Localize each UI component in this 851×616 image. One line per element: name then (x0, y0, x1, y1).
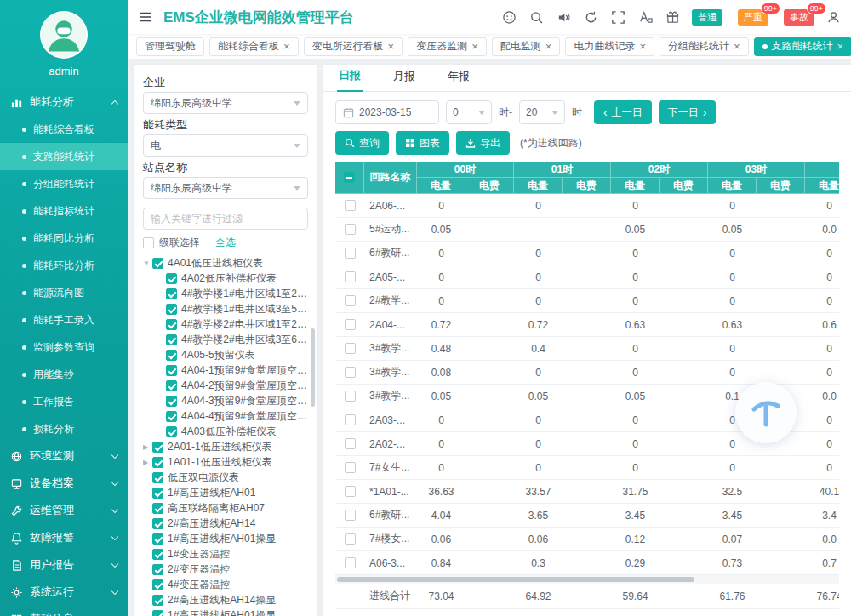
tab-支路能耗统计[interactable]: 支路能耗统计× (754, 37, 851, 56)
tab-变压器监测[interactable]: 变压器监测× (408, 37, 487, 56)
tree-checkbox-checked[interactable] (152, 457, 163, 468)
tree-checkbox-checked[interactable] (166, 365, 177, 376)
caret-right-icon[interactable]: ▶ (143, 443, 152, 451)
export-button[interactable]: 导出 (456, 131, 510, 155)
sidebar-group-系统运行[interactable]: 系统运行 (0, 579, 128, 606)
select-all-link[interactable]: 全选 (215, 236, 236, 250)
user-avatar[interactable] (40, 11, 88, 59)
tree-checkbox-checked[interactable] (152, 595, 163, 606)
row-checkbox[interactable] (345, 533, 356, 545)
row-checkbox[interactable] (345, 343, 356, 354)
sidebar-item-损耗分析[interactable]: 损耗分析 (0, 415, 128, 442)
tree-node[interactable]: 2#变压器温控 (143, 562, 308, 577)
font-size-icon[interactable] (638, 10, 653, 25)
tree-checkbox-checked[interactable] (166, 411, 177, 422)
hour-end-select[interactable]: 20 (519, 100, 565, 124)
tab-配电监测[interactable]: 配电监测× (492, 37, 561, 56)
alarm-pill-严重[interactable]: 严重99+ (738, 9, 768, 26)
sidebar-group-环境监测[interactable]: 环境监测 (0, 442, 128, 470)
search-icon[interactable] (529, 10, 544, 25)
tree-checkbox-checked[interactable] (152, 564, 163, 575)
horizontal-scrollbar-thumb[interactable] (337, 577, 694, 582)
circuit-name-cell[interactable]: 2A05-... (364, 265, 417, 288)
sidebar-item-能耗手工录入[interactable]: 能耗手工录入 (0, 306, 128, 334)
row-checkbox[interactable] (345, 319, 356, 330)
circuit-name-cell[interactable]: 7#楼女... (364, 528, 417, 550)
tree-node[interactable]: 4A04-3预留9#食堂屋顶空调机组仪表 (143, 393, 308, 408)
tab-电力曲线记录[interactable]: 电力曲线记录× (565, 37, 654, 56)
tree-node[interactable]: ▶1A01-1低压进线柜仪表 (143, 454, 308, 470)
sidebar-item-能耗环比分析[interactable]: 能耗环比分析 (0, 252, 128, 279)
row-checkbox[interactable] (345, 391, 356, 402)
tree-node[interactable]: 1#高压进线柜AH01操显 (143, 531, 308, 546)
row-checkbox[interactable] (345, 367, 356, 378)
tree-node[interactable]: 2#高压进线柜AH14操显 (143, 592, 308, 607)
tab-变电所运行看板[interactable]: 变电所运行看板× (304, 37, 403, 56)
tree-checkbox-checked[interactable] (166, 288, 177, 299)
tree-node[interactable]: 4A05-5预留仪表 (143, 347, 308, 362)
tree-checkbox-checked[interactable] (152, 488, 163, 499)
sidebar-group-设备档案[interactable]: 设备档案 (0, 470, 128, 497)
tree-node[interactable]: 低压双电源仪表 (143, 470, 308, 485)
close-icon[interactable]: × (545, 41, 552, 52)
circuit-name-cell[interactable]: 6#教研... (364, 242, 417, 265)
circuit-name-cell[interactable]: A06-3... (364, 551, 417, 574)
refresh-icon[interactable] (584, 10, 598, 25)
tree-node[interactable]: 2#高压进线柜AH14 (143, 516, 308, 531)
tree-node[interactable]: 4A04-1预留9#食堂屋顶空调机组仪表 (143, 362, 308, 378)
tree-node[interactable]: 高压联络隔离柜AH07 (143, 500, 308, 516)
close-icon[interactable]: × (388, 41, 395, 52)
row-checkbox[interactable] (345, 414, 356, 425)
row-checkbox[interactable] (345, 462, 356, 473)
previous-day-button[interactable]: ‹ 上一日 (594, 100, 652, 124)
tree-node[interactable]: ▼4A01低压进线柜仪表 (143, 255, 308, 271)
company-select[interactable]: 绵阳东辰高级中学 (143, 92, 308, 114)
volume-icon[interactable] (557, 10, 571, 25)
tree-node[interactable]: 4A02低压补偿柜仪表 (143, 271, 308, 286)
tree-checkbox-checked[interactable] (152, 518, 163, 529)
hour-start-select[interactable]: 0 (446, 100, 492, 124)
circuit-name-cell[interactable]: 5#运动... (364, 218, 417, 241)
tree-node[interactable]: 4#变压器温控 (143, 577, 308, 592)
sidebar-group-运维管理[interactable]: 运维管理 (0, 497, 128, 524)
caret-right-icon[interactable]: ▶ (143, 459, 152, 466)
tree-checkbox-checked[interactable] (152, 258, 163, 269)
close-icon[interactable]: × (639, 41, 646, 52)
tree-node[interactable]: 4A03低压补偿柜仪表 (143, 424, 308, 439)
tree-checkbox-checked[interactable] (152, 549, 163, 560)
circuit-name-cell[interactable]: 3#教学... (364, 385, 417, 408)
tree-checkbox-checked[interactable] (166, 273, 177, 284)
alarm-pill-普通[interactable]: 普通 (692, 9, 722, 26)
user-icon[interactable] (826, 10, 841, 25)
collapse-menu-icon[interactable] (138, 9, 153, 25)
sidebar-item-能源流向图[interactable]: 能源流向图 (0, 279, 128, 306)
sidebar-item-分组能耗统计[interactable]: 分组能耗统计 (0, 170, 128, 197)
sidebar-item-监测参数查询[interactable]: 监测参数查询 (0, 334, 128, 361)
tree-checkbox-checked[interactable] (166, 304, 177, 315)
tree-checkbox-checked[interactable] (166, 350, 177, 361)
circuit-name-cell[interactable]: 6#教研... (364, 504, 417, 527)
select-all-checkbox[interactable] (344, 172, 355, 183)
close-icon[interactable]: × (837, 41, 844, 52)
next-day-button[interactable]: 下一日 › (659, 100, 717, 124)
sidebar-group-能耗分析[interactable]: 能耗分析 (0, 88, 128, 116)
row-checkbox[interactable] (345, 510, 356, 521)
tab-管理驾驶舱[interactable]: 管理驾驶舱 (136, 37, 204, 56)
row-checkbox[interactable] (345, 295, 356, 306)
row-checkbox[interactable] (345, 486, 356, 497)
circuit-name-cell[interactable]: 2A02-... (364, 432, 417, 455)
tree-node[interactable]: 1#变压器温控 (143, 546, 308, 562)
sidebar-group-故障报警[interactable]: 故障报警 (0, 524, 128, 551)
row-checkbox[interactable] (345, 271, 356, 282)
sidebar-item-用能集抄[interactable]: 用能集抄 (0, 361, 128, 388)
tree-node[interactable]: 4#教学楼2#电井区域3至6层动力仪表 (143, 332, 308, 347)
tree-checkbox-checked[interactable] (152, 610, 163, 616)
tree-checkbox-checked[interactable] (166, 380, 177, 391)
tree-node[interactable]: 1#高压进线柜AH01操显 (143, 607, 308, 616)
sidebar-item-能耗综合看板[interactable]: 能耗综合看板 (0, 116, 128, 143)
tree-checkbox-checked[interactable] (166, 334, 177, 345)
tree-node[interactable]: 4A04-2预留9#食堂屋顶空调机组仪表 (143, 378, 308, 393)
sidebar-item-能耗同比分析[interactable]: 能耗同比分析 (0, 225, 128, 252)
sidebar-group-用户报告[interactable]: 用户报告 (0, 551, 128, 579)
row-checkbox[interactable] (345, 248, 356, 259)
